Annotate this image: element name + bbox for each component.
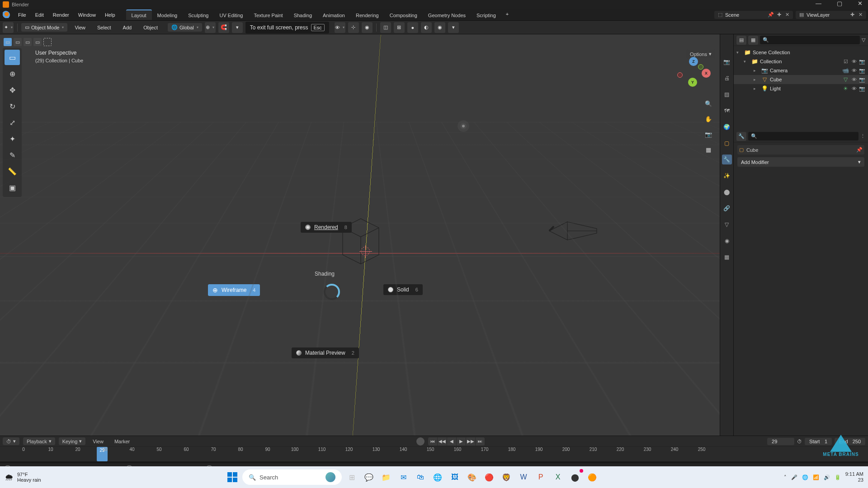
prop-tab-texture[interactable]: ▦ (722, 252, 732, 262)
prop-tab-object[interactable]: ▢ (722, 138, 732, 148)
tab-geometry-nodes[interactable]: Geometry Nodes (423, 9, 471, 20)
mail-icon[interactable]: ✉ (396, 470, 410, 484)
jump-end-button[interactable]: ⏭ (476, 437, 485, 446)
tool-cursor[interactable]: ⊕ (5, 66, 20, 81)
eye-icon[interactable]: 👁 (851, 86, 857, 92)
chrome-icon[interactable]: 🔴 (482, 470, 496, 484)
timeline-type-selector[interactable]: ⏱▾ (3, 437, 19, 445)
camera-view-tool[interactable]: 📷 (703, 128, 714, 140)
jump-start-button[interactable]: ⏮ (428, 437, 437, 446)
prop-tab-world[interactable]: 🌍 (722, 122, 732, 132)
edge-icon[interactable]: 🌐 (430, 470, 445, 484)
excel-icon[interactable]: X (551, 470, 565, 484)
navigation-gizmo[interactable]: Z Y X (675, 56, 712, 92)
expand-icon[interactable]: ▸ (754, 86, 759, 91)
tool-transform[interactable]: ✦ (5, 131, 20, 146)
pivot-selector[interactable]: ⊕▾ (205, 22, 216, 33)
tab-uv-editing[interactable]: UV Editing (214, 9, 248, 20)
menu-render[interactable]: Render (48, 10, 74, 19)
tab-layout[interactable]: Layout (126, 9, 152, 20)
prop-tab-viewlayer[interactable]: ▤ (722, 89, 732, 99)
file-explorer-icon[interactable]: 📁 (379, 470, 393, 484)
auto-keying-toggle[interactable] (416, 437, 425, 446)
shading-rendered[interactable]: ◉ (434, 22, 445, 33)
prop-tab-physics[interactable]: ⬤ (722, 187, 732, 197)
delete-scene-icon[interactable]: ✕ (784, 12, 790, 18)
outliner-display-mode[interactable]: ▦ (748, 36, 758, 45)
playback-menu[interactable]: Playback▾ (23, 437, 55, 445)
render-icon[interactable]: 📷 (859, 59, 865, 65)
xray-toggle[interactable]: ◫ (380, 22, 391, 33)
tray-clock[interactable]: 9:11 AM 23 (845, 471, 863, 483)
render-icon[interactable]: 📷 (859, 77, 865, 83)
gizmo-y-axis[interactable]: Y (688, 78, 697, 87)
expand-icon[interactable]: ▾ (744, 59, 749, 64)
tray-wifi-icon[interactable]: 📶 (813, 474, 819, 480)
prop-tab-render[interactable]: 📷 (722, 57, 732, 67)
gizmo-neg-x-axis[interactable] (677, 72, 683, 78)
shading-wireframe[interactable]: ⊞ (394, 22, 405, 33)
prop-tab-scene[interactable]: 🗺 (722, 106, 732, 116)
object-menu[interactable]: Object (139, 23, 162, 32)
start-frame-input[interactable]: Start1 (805, 438, 832, 445)
tray-mic-icon[interactable]: 🎤 (791, 474, 797, 480)
snap-toggle[interactable]: 🧲 (218, 22, 229, 33)
current-frame-input[interactable]: 29 (767, 438, 794, 445)
tool-annotate[interactable]: ✎ (5, 147, 20, 163)
minimize-button[interactable]: — (812, 0, 825, 7)
start-button[interactable] (225, 470, 240, 484)
tool-scale[interactable]: ⤢ (5, 115, 20, 130)
tool-measure[interactable]: 📏 (5, 164, 20, 179)
zoom-tool[interactable]: 🔍 (703, 98, 714, 109)
pie-material[interactable]: Material Preview 2 (292, 347, 359, 358)
render-icon[interactable]: 📷 (859, 86, 865, 92)
tab-modeling[interactable]: Modeling (152, 9, 183, 20)
view-menu[interactable]: View (70, 23, 90, 32)
tree-cube[interactable]: ▸ ▽ Cube ▽ 👁 📷 (734, 75, 868, 84)
properties-search[interactable]: 🔍 (748, 132, 859, 141)
tree-light[interactable]: ▸ 💡 Light ☀ 👁 📷 (734, 84, 868, 93)
taskbar-search[interactable]: 🔍 Search (242, 469, 342, 485)
expand-icon[interactable]: ▸ (754, 68, 759, 73)
timeline-view-menu[interactable]: View (89, 438, 107, 445)
tab-rendering[interactable]: Rendering (350, 9, 384, 20)
copilot-icon[interactable]: 🎨 (465, 470, 479, 484)
select-invert-mode[interactable] (43, 38, 52, 46)
add-workspace-button[interactable]: + (501, 9, 513, 20)
blender-taskbar-icon[interactable]: 🟠 (585, 470, 599, 484)
mode-selector[interactable]: ▭ Object Mode ▾ (21, 23, 67, 32)
pan-tool[interactable]: ✋ (703, 113, 714, 125)
prev-keyframe-button[interactable]: ◀◀ (438, 437, 447, 446)
render-icon[interactable]: 📷 (859, 68, 865, 74)
pin-icon[interactable]: 📌 (768, 12, 774, 18)
tool-move[interactable]: ✥ (5, 82, 20, 98)
pin-icon[interactable]: 📌 (856, 147, 863, 153)
editor-type-selector[interactable]: ✦▾ (3, 22, 14, 33)
tree-collection[interactable]: ▾ 📁 Collection ☑ 👁 📷 (734, 57, 868, 66)
weather-widget[interactable]: 🌧 97°F Heavy rain (5, 472, 41, 483)
tab-shading[interactable]: Shading (288, 9, 317, 20)
tab-compositing[interactable]: Compositing (384, 9, 423, 20)
tray-overflow-icon[interactable]: ˄ (784, 474, 787, 480)
expand-icon[interactable]: ▸ (754, 77, 759, 82)
menu-help[interactable]: Help (100, 10, 120, 19)
select-intersect-mode[interactable]: ▭ (33, 38, 42, 46)
prop-tab-data[interactable]: ▽ (722, 220, 732, 230)
powerpoint-icon[interactable]: P (533, 470, 548, 484)
add-modifier-button[interactable]: Add Modifier ▾ (737, 157, 864, 167)
checkbox-icon[interactable]: ☑ (843, 59, 849, 65)
maximize-button[interactable]: ▢ (833, 0, 846, 7)
tab-texture-paint[interactable]: Texture Paint (248, 9, 288, 20)
prop-tab-particles[interactable]: ✨ (722, 171, 732, 181)
eye-icon[interactable]: 👁 (851, 77, 857, 83)
tree-scene-collection[interactable]: ▾ 📁 Scene Collection (734, 48, 868, 57)
viewport-visibility-toggle[interactable]: 👁▾ (335, 22, 345, 33)
store-icon[interactable]: 🛍 (413, 470, 428, 484)
outliner-search[interactable]: 🔍 (760, 36, 860, 44)
tab-scripting[interactable]: Scripting (471, 9, 501, 20)
next-keyframe-button[interactable]: ▶▶ (466, 437, 475, 446)
tab-animation[interactable]: Animation (317, 9, 350, 20)
close-button[interactable]: ✕ (854, 0, 866, 7)
gizmo-toggle[interactable]: ⊹ (348, 22, 359, 33)
add-menu[interactable]: Add (118, 23, 137, 32)
